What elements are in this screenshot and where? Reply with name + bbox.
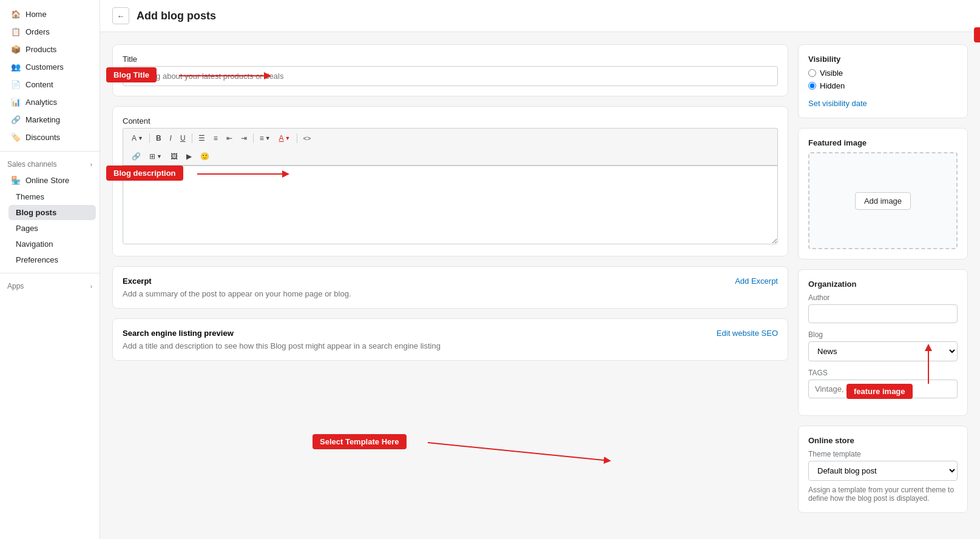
two-col-layout: Title Content A ▼ B I U ☰ ≡ ⇤ (112, 44, 968, 513)
toolbar-list-ol-btn[interactable]: ≡ (210, 132, 221, 144)
toolbar-font-btn[interactable]: A ▼ (128, 132, 147, 144)
sidebar-item-orders[interactable]: 📋 Orders (4, 23, 96, 40)
sidebar-item-blog-posts[interactable]: Blog posts (8, 205, 96, 220)
editor-toolbar: A ▼ B I U ☰ ≡ ⇤ ⇥ ≡ ▼ A ▼ <> (123, 128, 778, 148)
tags-field: TAGS (808, 369, 958, 398)
seo-title: Search engine listing preview (123, 329, 234, 338)
sidebar-item-home[interactable]: 🏠 Home (4, 5, 96, 22)
set-visibility-date-link[interactable]: Set visibility date (808, 99, 867, 108)
store-icon: 🏪 (11, 175, 21, 185)
sales-channels-chevron: › (90, 161, 92, 168)
orders-icon: 📋 (11, 27, 21, 36)
toolbar-indent-l-btn[interactable]: ⇤ (223, 132, 236, 144)
toolbar-video-btn[interactable]: ▶ (183, 150, 195, 162)
featured-image-card: Featured image Add image (798, 128, 968, 259)
title-label: Title (123, 55, 778, 64)
sidebar-item-marketing[interactable]: 🔗 Marketing (4, 111, 96, 128)
visibility-radio-group: Visible Hidden (808, 69, 958, 90)
visibility-visible-option[interactable]: Visible (808, 69, 958, 78)
toolbar-underline-btn[interactable]: U (177, 132, 189, 144)
products-icon: 📦 (11, 44, 21, 54)
sidebar-item-analytics[interactable]: 📊 Analytics (4, 93, 96, 110)
sidebar-item-online-store[interactable]: 🏪 Online Store (4, 172, 96, 189)
blog-select[interactable]: News Main Blog (808, 341, 958, 361)
online-store-title: Online store (808, 436, 958, 445)
apps-chevron: › (90, 283, 92, 290)
sidebar-item-customers[interactable]: 👥 Customers (4, 58, 96, 75)
visibility-hidden-option[interactable]: Hidden (808, 81, 958, 90)
toolbar-bold-btn[interactable]: B (152, 132, 165, 144)
content-card: Content A ▼ B I U ☰ ≡ ⇤ ⇥ ≡ ▼ (112, 106, 788, 256)
featured-image-title: Featured image (808, 138, 958, 147)
sidebar: 🏠 Home 📋 Orders 📦 Products 👥 Customers 📄… (0, 0, 100, 539)
page-header: ← Add blog posts (100, 0, 980, 32)
toolbar-color-btn[interactable]: A ▼ (275, 132, 294, 144)
author-label: Author (808, 293, 958, 302)
online-store-sub-menu: Themes Blog posts Pages Navigation Prefe… (0, 189, 100, 267)
edit-seo-button[interactable]: Edit website SEO (717, 329, 778, 338)
toolbar-emoji-btn[interactable]: 🙂 (197, 150, 213, 162)
featured-image-dropzone[interactable]: Add image (808, 152, 958, 249)
visibility-visible-radio[interactable] (808, 69, 816, 77)
tags-input[interactable] (808, 380, 958, 398)
seo-header: Search engine listing preview Edit websi… (123, 329, 778, 338)
organization-title: Organization (808, 280, 958, 289)
toolbar-align-btn[interactable]: ≡ ▼ (256, 132, 274, 144)
back-button[interactable]: ← (112, 7, 129, 24)
content-icon: 📄 (11, 79, 21, 89)
seo-description: Add a title and description to see how t… (123, 341, 778, 350)
visibility-hidden-radio[interactable] (808, 82, 816, 90)
sidebar-item-content[interactable]: 📄 Content (4, 76, 96, 93)
add-image-button[interactable]: Add image (855, 192, 911, 210)
blog-field: Blog News Main Blog (808, 330, 958, 361)
toolbar-list-ul-btn[interactable]: ☰ (195, 132, 209, 144)
analytics-icon: 📊 (11, 97, 21, 107)
content-label: Content (123, 116, 778, 126)
excerpt-description: Add a summary of the post to appear on y… (123, 289, 778, 298)
title-card: Title (112, 44, 788, 96)
blog-label: Blog (808, 330, 958, 339)
main-column: Title Content A ▼ B I U ☰ ≡ ⇤ (112, 44, 788, 361)
toolbar-divider-2 (192, 133, 192, 143)
excerpt-title: Excerpt (123, 276, 152, 286)
toolbar-divider-1 (149, 133, 150, 143)
sidebar-item-pages[interactable]: Pages (8, 221, 96, 236)
main-content: ← Add blog posts Blog Title Blog descrip… (100, 0, 980, 539)
visibility-card: Visibility Visible Hidden Set visibility… (798, 44, 968, 118)
apps-header[interactable]: Apps › (0, 277, 100, 293)
tags-label: TAGS (808, 369, 958, 377)
marketing-icon: 🔗 (11, 115, 21, 124)
theme-template-select[interactable]: Default blog post (808, 461, 958, 481)
visibility-title: Visibility (808, 55, 958, 64)
sidebar-item-themes[interactable]: Themes (8, 189, 96, 204)
theme-template-label: Theme template (808, 450, 958, 458)
toolbar-indent-r-btn[interactable]: ⇥ (237, 132, 251, 144)
toolbar-italic-btn[interactable]: I (166, 132, 175, 144)
toolbar-link-btn[interactable]: 🔗 (128, 150, 144, 162)
sidebar-item-preferences[interactable]: Preferences (8, 252, 96, 267)
excerpt-header: Excerpt Add Excerpt (123, 276, 778, 286)
title-input[interactable] (123, 66, 778, 86)
discounts-icon: 🏷️ (11, 132, 21, 142)
toolbar-table-btn[interactable]: ⊞ ▼ (146, 150, 166, 162)
side-column: Visibility Visible Hidden Set visibility… (798, 44, 968, 513)
toolbar-divider-4 (297, 133, 297, 143)
organization-card: Organization Author Blog News Main Blog (798, 269, 968, 416)
excerpt-card: Excerpt Add Excerpt Add a summary of the… (112, 266, 788, 309)
page-title: Add blog posts (137, 10, 216, 22)
toolbar-image-btn[interactable]: 🖼 (167, 150, 181, 162)
sidebar-item-products[interactable]: 📦 Products (4, 41, 96, 58)
online-store-card: Online store Theme template Default blog… (798, 426, 968, 513)
add-excerpt-button[interactable]: Add Excerpt (735, 276, 778, 286)
toolbar-divider-3 (253, 133, 254, 143)
author-input[interactable] (808, 304, 958, 323)
author-field: Author (808, 293, 958, 323)
seo-card: Search engine listing preview Edit websi… (112, 318, 788, 361)
toolbar-html-btn[interactable]: <> (300, 133, 315, 144)
content-editor[interactable] (123, 166, 778, 244)
home-icon: 🏠 (11, 9, 21, 19)
theme-template-description: Assign a template from your current them… (808, 486, 958, 503)
sales-channels-header[interactable]: Sales channels › (0, 155, 100, 171)
sidebar-item-navigation[interactable]: Navigation (8, 236, 96, 252)
sidebar-item-discounts[interactable]: 🏷️ Discounts (4, 129, 96, 146)
